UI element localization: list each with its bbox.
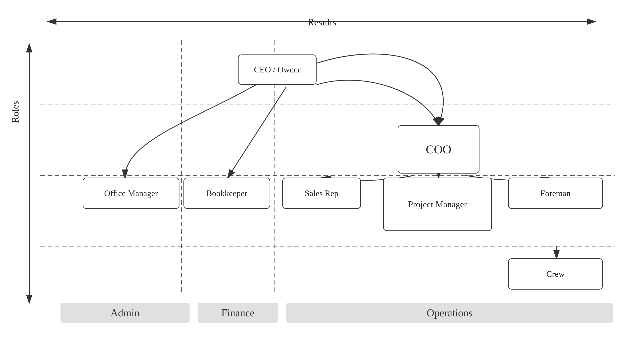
results-axis-label: Results bbox=[308, 17, 336, 28]
bookkeeper-node: Bookkeeper bbox=[184, 178, 270, 209]
foreman-node: Foreman bbox=[508, 178, 603, 209]
admin-label: Admin bbox=[60, 303, 190, 323]
office-manager-node: Office Manager bbox=[83, 178, 180, 209]
crew-node: Crew bbox=[508, 258, 603, 289]
operations-label: Operations bbox=[286, 303, 613, 323]
project-manager-node: Project Manager bbox=[383, 178, 492, 231]
coo-node: COO bbox=[398, 125, 480, 174]
diagram-container: Results Roles CEO / Owner COO Office Man… bbox=[0, 0, 644, 362]
roles-axis-label: Roles bbox=[10, 101, 21, 123]
finance-label: Finance bbox=[198, 303, 278, 323]
ceo-owner-node: CEO / Owner bbox=[238, 55, 316, 85]
sales-rep-node: Sales Rep bbox=[282, 178, 361, 209]
svg-line-9 bbox=[228, 87, 286, 178]
